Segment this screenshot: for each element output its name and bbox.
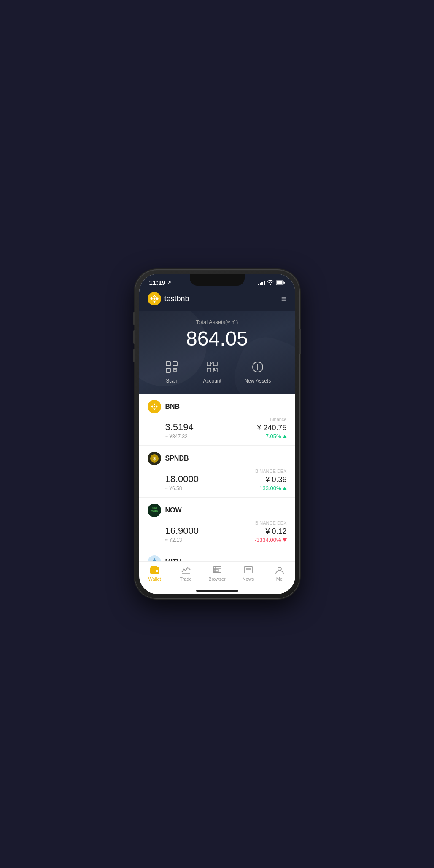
trade-icon: [181, 565, 191, 575]
now-asset-logo: NOW TOKEN: [148, 504, 161, 517]
me-icon: [275, 565, 285, 575]
svg-rect-9: [166, 362, 170, 366]
spndb-up-arrow: [283, 487, 287, 490]
asset-item-now[interactable]: NOW TOKEN NOW 16.9000 ≈ ¥2.13 BINANCE DE…: [139, 498, 295, 549]
news-icon: [243, 565, 253, 575]
svg-rect-18: [207, 368, 211, 372]
asset-header-spndb: $ SPNDB: [148, 452, 287, 465]
total-label: Total Assets(≈ ¥ ): [148, 319, 287, 325]
svg-text:$: $: [153, 456, 156, 461]
svg-rect-2: [276, 281, 282, 284]
svg-rect-19: [213, 368, 215, 370]
total-amount: 864.05: [148, 327, 287, 350]
nav-trade[interactable]: Trade: [173, 565, 199, 581]
bnb-right: Binance ¥ 240.75 7.05%: [257, 417, 286, 439]
status-time: 11:19: [149, 279, 165, 286]
menu-button[interactable]: ≡: [281, 294, 287, 304]
now-body: 16.9000 ≈ ¥2.13 BINANCE DEX ¥ 0.12 -3334…: [148, 520, 287, 543]
now-balance: 16.9000: [165, 525, 199, 536]
now-cny: ≈ ¥2.13: [165, 537, 199, 543]
home-indicator: [139, 588, 295, 594]
asset-item-mith[interactable]: MITH 22.8900 ≈ ¥8.02 BINANCE DEX ¥ 0.35 …: [139, 549, 295, 561]
svg-rect-11: [166, 368, 170, 372]
bnb-name: BNB: [165, 403, 180, 410]
account-icon: [204, 359, 221, 375]
asset-list: BNB 3.5194 ≈ ¥847.32 Binance ¥ 240.75 7.…: [139, 394, 295, 561]
battery-icon: [276, 280, 285, 285]
now-down-arrow: [283, 538, 287, 542]
bnb-logo-icon: [148, 292, 161, 305]
spndb-cny: ≈ ¥6.58: [165, 485, 199, 491]
now-right: BINANCE DEX ¥ 0.12 -3334.00%: [255, 520, 287, 543]
mith-name: MITH: [165, 558, 182, 561]
spndb-right: BINANCE DEX ¥ 0.36 133.00%: [255, 469, 287, 491]
spndb-asset-logo: $: [148, 452, 161, 465]
signal-bar-2: [260, 283, 261, 285]
svg-point-52: [278, 567, 281, 571]
bnb-price: ¥ 240.75: [257, 423, 286, 432]
phone-device: 11:19 ↗: [135, 270, 299, 598]
bnb-body: 3.5194 ≈ ¥847.32 Binance ¥ 240.75 7.05%: [148, 417, 287, 439]
svg-rect-15: [207, 362, 211, 366]
svg-rect-41: [156, 570, 158, 572]
nav-news[interactable]: News: [236, 565, 261, 581]
nav-browser[interactable]: Browser: [205, 565, 230, 581]
svg-rect-14: [174, 369, 176, 372]
signal-bar-4: [264, 281, 265, 285]
svg-text:NOW: NOW: [151, 507, 157, 509]
svg-rect-21: [213, 371, 216, 372]
new-assets-button[interactable]: New Assets: [244, 359, 271, 384]
signal-bars: [258, 280, 265, 285]
bnb-balance: 3.5194: [165, 422, 194, 433]
now-exchange: BINANCE DEX: [255, 520, 287, 525]
now-name: NOW: [165, 506, 182, 514]
scan-icon: [163, 359, 180, 375]
status-icons: [258, 280, 285, 285]
bnb-cny: ≈ ¥847.32: [165, 434, 194, 439]
action-buttons: Scan Account: [148, 359, 287, 384]
app-header: testbnb ≡: [139, 289, 295, 311]
svg-rect-42: [151, 566, 157, 568]
nav-me[interactable]: Me: [267, 565, 292, 581]
spndb-name: SPNDB: [165, 455, 189, 462]
spndb-price: ¥ 0.36: [255, 475, 287, 484]
scan-label: Scan: [166, 378, 177, 384]
signal-bar-1: [258, 284, 259, 285]
asset-header-mith: MITH: [148, 555, 287, 561]
asset-item-spndb[interactable]: $ SPNDB 18.0000 ≈ ¥6.58 BINANCE DEX ¥ 0.…: [139, 446, 295, 498]
notch: [190, 274, 245, 286]
account-button[interactable]: Account: [203, 359, 221, 384]
asset-item-bnb[interactable]: BNB 3.5194 ≈ ¥847.32 Binance ¥ 240.75 7.…: [139, 394, 295, 446]
svg-point-22: [253, 362, 263, 372]
bottom-nav: Wallet Trade: [139, 561, 295, 588]
mith-asset-logo: [148, 555, 161, 561]
header-left: testbnb: [148, 292, 189, 305]
now-change: -3334.00%: [255, 537, 287, 543]
wallet-icon: [150, 565, 160, 575]
home-bar: [196, 590, 238, 592]
svg-rect-17: [213, 362, 217, 366]
hero-section: Total Assets(≈ ¥ ) 864.05 Scan: [139, 311, 295, 394]
spndb-balance: 18.0000: [165, 474, 199, 485]
svg-rect-10: [173, 362, 177, 366]
bnb-change: 7.05%: [257, 433, 286, 439]
trade-label: Trade: [180, 576, 191, 581]
browser-icon: [212, 565, 222, 575]
bnb-asset-logo: [148, 400, 161, 413]
spndb-body: 18.0000 ≈ ¥6.58 BINANCE DEX ¥ 0.36 133.0…: [148, 469, 287, 491]
location-icon: ↗: [167, 280, 171, 286]
svg-rect-16: [211, 362, 212, 363]
scan-button[interactable]: Scan: [163, 359, 180, 384]
wifi-icon: [267, 280, 274, 285]
wallet-label: Wallet: [148, 576, 161, 581]
nav-wallet[interactable]: Wallet: [142, 565, 167, 581]
phone-screen: 11:19 ↗: [139, 274, 295, 594]
new-assets-label: New Assets: [244, 378, 271, 384]
asset-header-now: NOW TOKEN NOW: [148, 504, 287, 517]
header-title: testbnb: [164, 295, 189, 303]
bnb-up-arrow: [283, 435, 287, 438]
svg-text:TOKEN: TOKEN: [151, 510, 158, 512]
now-price: ¥ 0.12: [255, 527, 287, 536]
me-label: Me: [276, 576, 283, 581]
new-assets-icon: [249, 359, 266, 375]
